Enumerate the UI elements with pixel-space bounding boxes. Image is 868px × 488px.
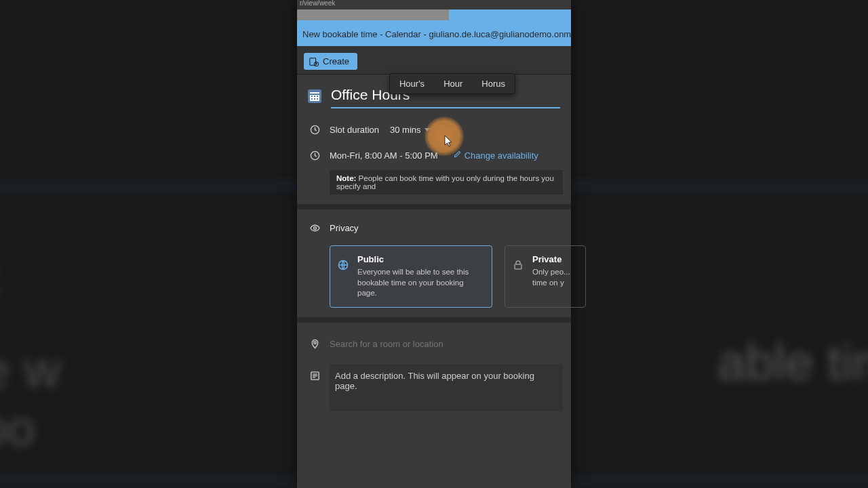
suggestion-item[interactable]: Horus [472, 74, 515, 94]
bookable-icon [309, 57, 319, 66]
change-availability-link[interactable]: Change availability [453, 150, 538, 161]
privacy-section: Privacy Public Everyone will be able to … [297, 209, 571, 323]
suggestion-item[interactable]: Hour's [390, 74, 434, 94]
svg-point-7 [313, 341, 315, 343]
svg-point-4 [313, 227, 316, 230]
location-icon [308, 339, 321, 349]
browser-tab-strip[interactable] [297, 9, 571, 25]
active-tab[interactable] [297, 9, 449, 20]
privacy-public-desc: Everyone will be able to see this bookab… [357, 267, 484, 299]
create-button[interactable]: Create [304, 53, 357, 70]
privacy-private-title: Private [532, 254, 577, 264]
suggestion-item[interactable]: Hour [434, 74, 472, 94]
description-input[interactable]: Add a description. This will appear on y… [330, 364, 563, 411]
calendar-icon [308, 89, 321, 103]
chevron-down-icon [425, 128, 430, 131]
slot-duration-dropdown[interactable]: 30 mins [390, 125, 430, 135]
slot-duration-label: Slot duration [330, 125, 379, 135]
create-button-label: Create [323, 56, 349, 66]
window-title: New bookable time - Calendar - giuliano.… [297, 25, 571, 46]
edit-icon [453, 150, 462, 161]
location-section [297, 323, 571, 357]
bookable-time-panel: r/view/week New bookable time - Calendar… [297, 0, 571, 488]
clock-icon [308, 150, 321, 161]
svg-rect-6 [515, 264, 521, 269]
globe-icon [338, 260, 349, 273]
availability-note: Note: People can book time with you only… [330, 170, 563, 195]
availability-text: Mon-Fri, 8:00 AM - 5:00 PM [330, 150, 438, 161]
details-section: Slot duration 30 mins Mon-Fri, 8:00 AM -… [297, 75, 571, 209]
privacy-option-public[interactable]: Public Everyone will be able to see this… [330, 245, 492, 308]
autocorrect-suggestions: Hour's Hour Horus [389, 73, 515, 94]
location-input[interactable] [330, 339, 563, 349]
lock-icon [513, 260, 524, 273]
svg-rect-0 [310, 58, 316, 65]
description-icon [308, 364, 321, 381]
toolbar: Create [297, 46, 571, 75]
url-fragment: r/view/week [297, 0, 571, 9]
privacy-public-title: Public [357, 254, 484, 264]
eye-icon [308, 223, 321, 233]
clock-icon [308, 125, 321, 135]
description-section: Add a description. This will appear on y… [297, 357, 571, 429]
privacy-heading: Privacy [330, 223, 359, 233]
privacy-private-desc: Only peo... time on y [532, 267, 577, 288]
privacy-option-private[interactable]: Private Only peo... time on y [505, 245, 586, 308]
